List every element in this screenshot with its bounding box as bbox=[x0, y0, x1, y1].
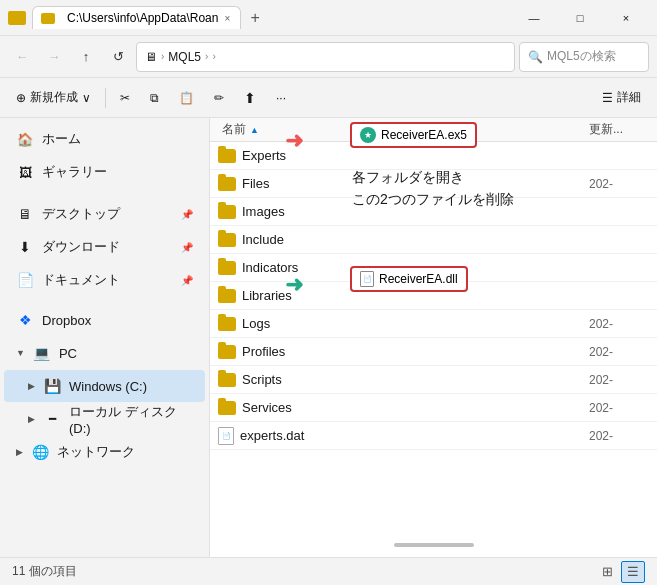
file-name-include: Include bbox=[242, 232, 583, 247]
windows-c-expand-icon: ▶ bbox=[28, 381, 35, 391]
file-row-include[interactable]: Include bbox=[210, 226, 657, 254]
sidebar-item-network[interactable]: ▶ 🌐 ネットワーク bbox=[4, 436, 205, 468]
home-icon: 🏠 bbox=[16, 130, 34, 148]
new-button[interactable]: ⊕ 新規作成 ∨ bbox=[8, 83, 99, 113]
sidebar-item-home[interactable]: 🏠 ホーム bbox=[4, 123, 205, 155]
more-button[interactable]: ··· bbox=[268, 83, 294, 113]
folder-icon-logs bbox=[218, 317, 236, 331]
sidebar-item-windows-c[interactable]: ▶ 💾 Windows (C:) bbox=[4, 370, 205, 402]
title-bar: C:\Users\info\AppData\Roan × + — □ × bbox=[0, 0, 657, 36]
sidebar-item-gallery[interactable]: 🖼 ギャラリー bbox=[4, 156, 205, 188]
network-expand-icon: ▶ bbox=[16, 447, 23, 457]
file-name-files: Files bbox=[242, 176, 583, 191]
pc-expand-icon: ▼ bbox=[16, 348, 25, 358]
file-date-files: 202- bbox=[589, 177, 649, 191]
details-icon: ☰ bbox=[602, 91, 613, 105]
window-close-button[interactable]: × bbox=[603, 0, 649, 36]
file-name-profiles: Profiles bbox=[242, 344, 583, 359]
sort-icon: ▲ bbox=[250, 125, 259, 135]
file-row-indicators[interactable]: Indicators bbox=[210, 254, 657, 282]
search-icon: 🔍 bbox=[528, 50, 543, 64]
sidebar-home-label: ホーム bbox=[42, 130, 81, 148]
file-row-scripts[interactable]: Scripts 202- bbox=[210, 366, 657, 394]
back-button[interactable]: ← bbox=[8, 43, 36, 71]
window-controls: — □ × bbox=[511, 0, 649, 36]
tab-title: C:\Users\info\AppData\Roan bbox=[67, 11, 218, 25]
cut-button[interactable]: ✂ bbox=[112, 83, 138, 113]
file-row-profiles[interactable]: Profiles 202- bbox=[210, 338, 657, 366]
file-row-libraries[interactable]: Libraries bbox=[210, 282, 657, 310]
sidebar-item-pc[interactable]: ▼ 💻 PC bbox=[4, 337, 205, 369]
file-name-scripts: Scripts bbox=[242, 372, 583, 387]
name-column-header[interactable]: 名前 ▲ bbox=[218, 121, 589, 138]
sidebar-item-downloads[interactable]: ⬇ ダウンロード 📌 bbox=[4, 231, 205, 263]
file-row-files[interactable]: Files 202- bbox=[210, 170, 657, 198]
new-icon: ⊕ bbox=[16, 91, 26, 105]
file-row-experts[interactable]: Experts bbox=[210, 142, 657, 170]
tab-area: C:\Users\info\AppData\Roan × + bbox=[32, 4, 269, 32]
list-view-button[interactable]: ☰ bbox=[621, 561, 645, 583]
sidebar-item-local-d[interactable]: ▶ ━ ローカル ディスク (D:) bbox=[4, 403, 205, 435]
doc-icon-experts-dat: 📄 bbox=[218, 427, 234, 445]
sidebar-dropbox-label: Dropbox bbox=[42, 313, 91, 328]
sidebar-item-desktop[interactable]: 🖥 デスクトップ 📌 bbox=[4, 198, 205, 230]
file-row-services[interactable]: Services 202- bbox=[210, 394, 657, 422]
file-area: 名前 ▲ 更新... Experts Files 202- Images Inc… bbox=[210, 118, 657, 557]
search-placeholder: MQL5の検索 bbox=[547, 48, 616, 65]
folder-icon-libraries bbox=[218, 289, 236, 303]
search-box[interactable]: 🔍 MQL5の検索 bbox=[519, 42, 649, 72]
folder-icon-experts bbox=[218, 149, 236, 163]
sidebar-gallery-label: ギャラリー bbox=[42, 163, 107, 181]
details-button[interactable]: ☰ 詳細 bbox=[594, 83, 649, 113]
name-label: 名前 bbox=[222, 121, 246, 138]
file-date-services: 202- bbox=[589, 401, 649, 415]
new-label: 新規作成 bbox=[30, 89, 78, 106]
status-bar: 11 個の項目 ⊞ ☰ bbox=[0, 557, 657, 585]
rename-button[interactable]: ✏ bbox=[206, 83, 232, 113]
tab-folder-icon bbox=[41, 13, 55, 24]
grid-view-button[interactable]: ⊞ bbox=[595, 561, 619, 583]
up-button[interactable]: ↑ bbox=[72, 43, 100, 71]
sidebar-windows-c-label: Windows (C:) bbox=[69, 379, 147, 394]
scrollbar[interactable] bbox=[394, 543, 474, 547]
downloads-icon: ⬇ bbox=[16, 238, 34, 256]
new-chevron: ∨ bbox=[82, 91, 91, 105]
sidebar-item-dropbox[interactable]: ❖ Dropbox bbox=[4, 304, 205, 336]
copy-button[interactable]: ⧉ bbox=[142, 83, 167, 113]
tab-close-button[interactable]: × bbox=[224, 13, 230, 24]
folder-icon-indicators bbox=[218, 261, 236, 275]
sidebar-downloads-label: ダウンロード bbox=[42, 238, 120, 256]
folder-icon-files bbox=[218, 177, 236, 191]
minimize-button[interactable]: — bbox=[511, 0, 557, 36]
sidebar-network-label: ネットワーク bbox=[57, 443, 135, 461]
file-row-logs[interactable]: Logs 202- bbox=[210, 310, 657, 338]
folder-icon-profiles bbox=[218, 345, 236, 359]
paste-button[interactable]: 📋 bbox=[171, 83, 202, 113]
file-row-experts-dat[interactable]: 📄 experts.dat 202- bbox=[210, 422, 657, 450]
desktop-pin-icon: 📌 bbox=[181, 209, 193, 220]
item-count: 11 個の項目 bbox=[12, 563, 77, 580]
file-name-experts: Experts bbox=[242, 148, 583, 163]
details-label: 詳細 bbox=[617, 89, 641, 106]
file-row-images[interactable]: Images bbox=[210, 198, 657, 226]
sidebar-pc-label: PC bbox=[59, 346, 77, 361]
folder-icon-services bbox=[218, 401, 236, 415]
sidebar-item-documents[interactable]: 📄 ドキュメント 📌 bbox=[4, 264, 205, 296]
forward-button[interactable]: → bbox=[40, 43, 68, 71]
file-date-scripts: 202- bbox=[589, 373, 649, 387]
file-list-header: 名前 ▲ 更新... bbox=[210, 118, 657, 142]
date-column-header[interactable]: 更新... bbox=[589, 121, 649, 138]
file-name-logs: Logs bbox=[242, 316, 583, 331]
breadcrumb[interactable]: 🖥 › MQL5 › › bbox=[136, 42, 515, 72]
refresh-button[interactable]: ↺ bbox=[104, 43, 132, 71]
address-bar: ← → ↑ ↺ 🖥 › MQL5 › › 🔍 MQL5の検索 bbox=[0, 36, 657, 78]
gallery-icon: 🖼 bbox=[16, 163, 34, 181]
computer-icon: 🖥 bbox=[145, 50, 157, 64]
share-button[interactable]: ⬆ bbox=[236, 83, 264, 113]
folder-icon-scripts bbox=[218, 373, 236, 387]
maximize-button[interactable]: □ bbox=[557, 0, 603, 36]
new-tab-button[interactable]: + bbox=[241, 4, 269, 32]
active-tab[interactable]: C:\Users\info\AppData\Roan × bbox=[32, 6, 241, 29]
view-controls: ⊞ ☰ bbox=[595, 561, 645, 583]
dropbox-icon: ❖ bbox=[16, 311, 34, 329]
